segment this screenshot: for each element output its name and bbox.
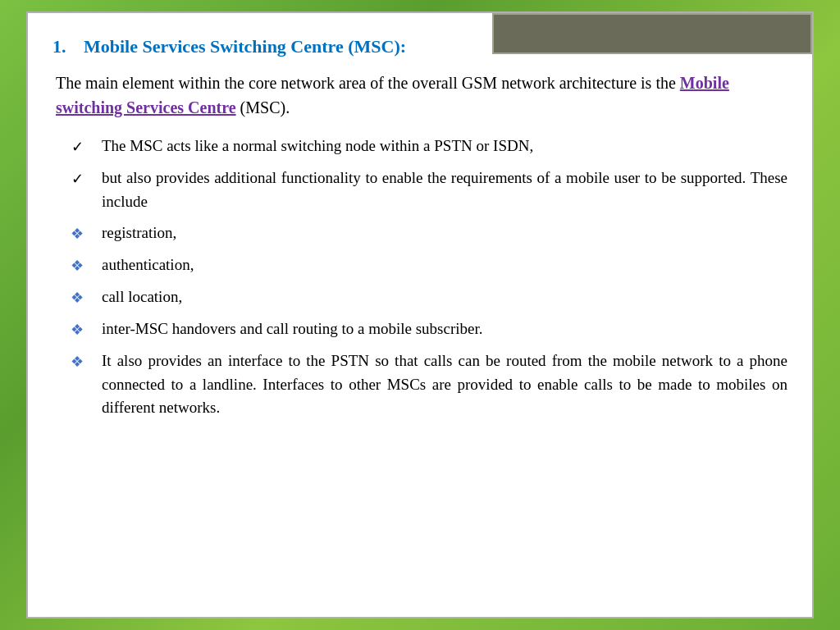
bullet-text-7: It also provides an interface to the PST…: [102, 349, 788, 420]
bullet-item-4: ❖ authentication,: [52, 253, 788, 277]
bullet-item-7: ❖ It also provides an interface to the P…: [52, 349, 788, 420]
bullet-item-1: ✓ The MSC acts like a normal switching n…: [52, 135, 788, 158]
bullet-item-3: ❖ registration,: [52, 221, 788, 245]
slide-container: 1. Mobile Services Switching Centre (MSC…: [26, 11, 814, 619]
bullet-item-6: ❖ inter-MSC handovers and call routing t…: [52, 317, 788, 341]
top-right-decoration: [492, 13, 812, 54]
heading-text: Mobile Services Switching Centre (MSC):: [84, 36, 406, 57]
checkmark-icon-1: ✓: [52, 135, 102, 158]
bullet-text-6: inter-MSC handovers and call routing to …: [102, 317, 788, 341]
intro-paragraph: The main element within the core network…: [52, 71, 788, 120]
bullet-text-1: The MSC acts like a normal switching nod…: [102, 135, 788, 158]
heading-number: 1.: [52, 36, 77, 57]
diamond-icon-6: ❖: [52, 317, 102, 341]
bullet-item-2: ✓ but also provides additional functiona…: [52, 167, 788, 213]
intro-text-after: (MSC).: [240, 98, 290, 116]
checkmark-icon-2: ✓: [52, 167, 102, 190]
diamond-icon-7: ❖: [52, 349, 102, 373]
intro-text-before: The main element within the core network…: [56, 74, 676, 92]
diamond-icon-3: ❖: [52, 221, 102, 245]
diamond-icon-5: ❖: [52, 285, 102, 309]
bullet-item-5: ❖ call location,: [52, 285, 788, 309]
diamond-icon-4: ❖: [52, 253, 102, 277]
bullet-text-4: authentication,: [102, 253, 788, 277]
bullet-text-3: registration,: [102, 221, 788, 245]
bullet-text-5: call location,: [102, 285, 788, 309]
content-area: 1. Mobile Services Switching Centre (MSC…: [52, 36, 788, 420]
bullet-text-2: but also provides additional functionali…: [102, 167, 788, 213]
bullet-list: ✓ The MSC acts like a normal switching n…: [52, 135, 788, 420]
